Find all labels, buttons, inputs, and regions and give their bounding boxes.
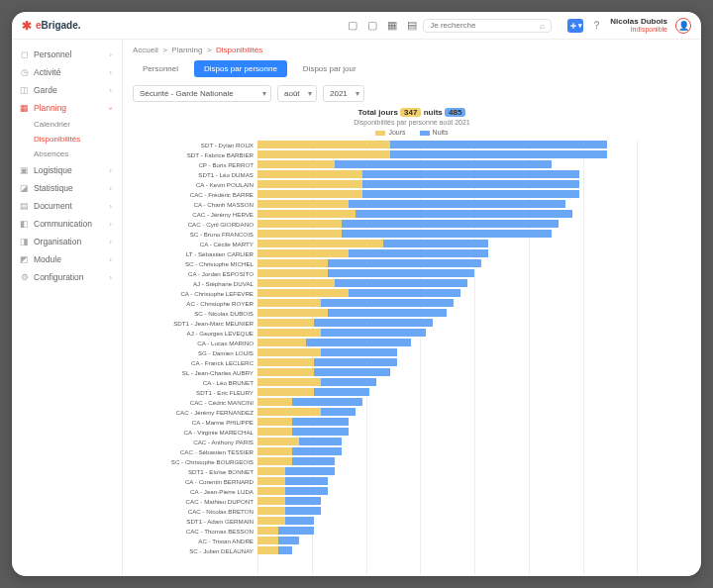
chart-row: AJ - Georges LEVEQUE bbox=[133, 328, 691, 338]
chart-row-bars[interactable] bbox=[257, 537, 691, 544]
nav-icon: ◪ bbox=[20, 183, 29, 193]
nav-item-logistique[interactable]: ▣Logistique› bbox=[12, 161, 122, 179]
chart-row-bars[interactable] bbox=[257, 150, 691, 158]
help-icon[interactable]: ？ bbox=[591, 18, 602, 33]
chart-row-bars[interactable] bbox=[257, 497, 691, 505]
tab-dispos-par-personne[interactable]: Dispos par personne bbox=[194, 60, 287, 77]
bar-nuits bbox=[342, 220, 559, 228]
avatar[interactable]: 👤 bbox=[675, 18, 691, 34]
calendar-check-icon[interactable]: ▢ bbox=[348, 19, 357, 32]
tab-personnel[interactable]: Personnel bbox=[133, 60, 188, 77]
nav-item-document[interactable]: ▤Document› bbox=[12, 197, 122, 215]
nav-sub-disponibilités[interactable]: Disponibilités bbox=[34, 132, 122, 147]
chart-row-bars[interactable] bbox=[257, 141, 691, 148]
search-input[interactable] bbox=[430, 21, 536, 30]
crumb-planning[interactable]: Planning bbox=[171, 46, 202, 54]
bar-jours bbox=[257, 170, 362, 178]
chart-row-label: SC - Christophe MICHEL bbox=[133, 260, 257, 267]
chart-row-bars[interactable] bbox=[257, 398, 691, 406]
chart-row-bars[interactable] bbox=[257, 180, 691, 188]
bar-nuits bbox=[314, 368, 391, 376]
chart-row: SC - Bruno FRANCOIS bbox=[133, 229, 691, 239]
chart-row-bars[interactable] bbox=[257, 170, 691, 178]
nav-item-personnel[interactable]: ◻Personnel› bbox=[12, 46, 122, 63]
chart-row-bars[interactable] bbox=[257, 259, 691, 267]
bar-jours bbox=[257, 259, 328, 267]
chart-row-bars[interactable] bbox=[257, 348, 691, 356]
chart-row-bars[interactable] bbox=[257, 190, 691, 198]
user-block[interactable]: Nicolas Dubois Indisponible bbox=[610, 18, 667, 33]
chart-row-bars[interactable] bbox=[257, 309, 691, 317]
tab-dispos-par-jour[interactable]: Dispos par jour bbox=[293, 60, 366, 77]
filter-year[interactable]: 2021 bbox=[323, 85, 364, 102]
chart-row-bars[interactable] bbox=[257, 457, 691, 465]
chart-row-bars[interactable] bbox=[257, 210, 691, 218]
chart-row-bars[interactable] bbox=[257, 230, 691, 238]
total-days-pill: 347 bbox=[400, 108, 421, 117]
chevron-right-icon: › bbox=[109, 220, 112, 229]
calendar-icon[interactable]: ▢ bbox=[367, 19, 377, 32]
chart-row-bars[interactable] bbox=[257, 546, 691, 554]
filter-team[interactable]: Sécurité - Garde Nationale bbox=[133, 85, 271, 102]
chart-row-bars[interactable] bbox=[257, 289, 691, 297]
nav-item-garde[interactable]: ◫Garde› bbox=[12, 81, 122, 99]
nav-label: Document bbox=[34, 201, 72, 211]
chart-row-label: CAC - Anthony PARIS bbox=[133, 439, 257, 445]
chart-row-bars[interactable] bbox=[257, 160, 691, 168]
chart-row-bars[interactable] bbox=[257, 487, 691, 495]
chart-row-bars[interactable] bbox=[257, 240, 691, 247]
search-box[interactable]: ⌕ bbox=[423, 19, 552, 33]
chart-row-bars[interactable] bbox=[257, 467, 691, 475]
nav-item-organisation[interactable]: ◨Organisation› bbox=[12, 233, 122, 250]
clipboard-icon[interactable]: ▤ bbox=[407, 19, 417, 32]
chart-row-bars[interactable] bbox=[257, 269, 691, 277]
chart-row-bars[interactable] bbox=[257, 517, 691, 525]
bar-nuits bbox=[321, 348, 398, 356]
nav-item-communication[interactable]: ◧Communication› bbox=[12, 215, 122, 233]
chart-row-bars[interactable] bbox=[257, 220, 691, 228]
filter-month[interactable]: août bbox=[277, 85, 317, 102]
nav-item-module[interactable]: ◩Module› bbox=[12, 250, 122, 268]
bar-nuits bbox=[383, 240, 488, 247]
chart-row-bars[interactable] bbox=[257, 249, 691, 257]
search-icon[interactable]: ⌕ bbox=[540, 21, 545, 31]
brand-logo[interactable]: ✱ eBrigade. bbox=[22, 19, 81, 33]
chart-row-bars[interactable] bbox=[257, 477, 691, 485]
add-button[interactable]: ＋▾ bbox=[567, 19, 583, 33]
nav-sub-calendrier[interactable]: Calendrier bbox=[34, 117, 122, 132]
chart-row: CA - Jordan ESPOSITO bbox=[133, 268, 691, 278]
bar-nuits bbox=[314, 388, 370, 396]
chart-row-label: SG - Damien LOUIS bbox=[133, 349, 257, 356]
chart-row-bars[interactable] bbox=[257, 358, 691, 366]
nav-item-statistique[interactable]: ◪Statistique› bbox=[12, 179, 122, 197]
bar-nuits bbox=[314, 358, 398, 366]
chart-row-label: SDT1 - Eloïse BONNET bbox=[133, 468, 257, 475]
chart-row-bars[interactable] bbox=[257, 447, 691, 455]
chart-row-bars[interactable] bbox=[257, 299, 691, 307]
chart-row-bars[interactable] bbox=[257, 408, 691, 416]
calendar-alt-icon[interactable]: ▦ bbox=[387, 19, 397, 32]
nav-item-configuration[interactable]: ⚙Configuration› bbox=[12, 268, 122, 286]
nav-icon: ◷ bbox=[20, 67, 29, 77]
nav-icon: ▤ bbox=[20, 201, 29, 211]
chart-row-bars[interactable] bbox=[257, 200, 691, 208]
chart-row-bars[interactable] bbox=[257, 388, 691, 396]
crumb-home[interactable]: Accueil bbox=[133, 46, 158, 54]
bar-jours bbox=[257, 230, 342, 238]
nav-sub-absences[interactable]: Absences bbox=[34, 147, 122, 161]
chart-row-bars[interactable] bbox=[257, 418, 691, 426]
chart-row-bars[interactable] bbox=[257, 368, 691, 376]
nav-item-planning[interactable]: ▦Planning› bbox=[12, 99, 122, 117]
chart-row-bars[interactable] bbox=[257, 527, 691, 535]
nav-item-activité[interactable]: ◷Activité› bbox=[12, 63, 122, 81]
chart-row-bars[interactable] bbox=[257, 329, 691, 337]
chart-row-bars[interactable] bbox=[257, 507, 691, 515]
chart-row-bars[interactable] bbox=[257, 428, 691, 436]
chart-row-bars[interactable] bbox=[257, 279, 691, 287]
chart-row: SDT1 - Jean-Marc MEUNIER bbox=[133, 318, 691, 328]
chart-row-bars[interactable] bbox=[257, 339, 691, 346]
chart-row-bars[interactable] bbox=[257, 378, 691, 386]
chart-row-bars[interactable] bbox=[257, 319, 691, 327]
chart-row-bars[interactable] bbox=[257, 438, 691, 445]
bar-nuits bbox=[328, 269, 474, 277]
